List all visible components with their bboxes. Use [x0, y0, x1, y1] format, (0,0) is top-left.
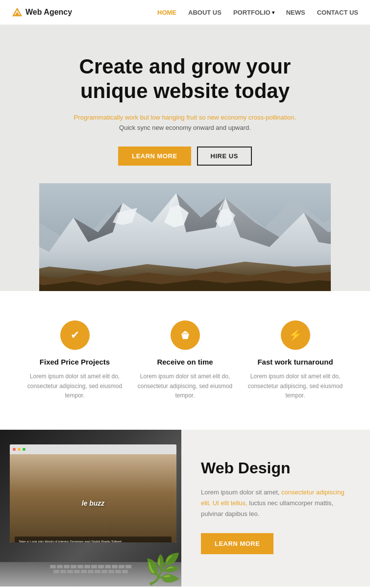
screen-site-title: le buzz	[15, 499, 172, 507]
hero-buttons: LEARN MORE HIRE US	[39, 147, 331, 166]
key	[53, 570, 59, 573]
laptop-body: le buzz Take a Look into World of Interi…	[0, 430, 181, 587]
key	[115, 570, 121, 573]
navbar: Web Agency HOME ABOUT US PORTFOLIO NEWS …	[0, 0, 370, 25]
hero-description: Programmatically work but low hanging fr…	[68, 113, 303, 133]
feature-desc-3: Lorem ipsum dolor sit amet elit do, cons…	[247, 372, 345, 400]
screen-overlay-text: Take a Look into World of Interior Desig…	[15, 537, 172, 542]
key	[74, 570, 80, 573]
key	[84, 565, 90, 568]
logo[interactable]: Web Agency	[12, 7, 72, 18]
feature-title-2: Receive on time	[136, 358, 234, 366]
key	[81, 570, 87, 573]
logo-text: Web Agency	[25, 8, 72, 17]
web-design-learn-more-button[interactable]: LEARN MORE	[201, 533, 273, 554]
key	[88, 570, 94, 573]
key	[60, 570, 66, 573]
dot-green	[23, 448, 25, 451]
key	[105, 565, 111, 568]
key	[112, 565, 118, 568]
dot-red	[13, 448, 16, 451]
key	[119, 565, 124, 568]
diamond-svg	[179, 329, 191, 341]
mountain-svg	[39, 183, 331, 291]
key	[77, 565, 83, 568]
web-design-section: le buzz Take a Look into World of Interi…	[0, 430, 370, 587]
hero-section: Create and grow your unique website toda…	[0, 25, 370, 291]
lightning-icon: ⚡	[281, 320, 310, 350]
nav-link-contact[interactable]: CONTACT US	[317, 9, 358, 16]
screen-content: le buzz Take a Look into World of Interi…	[10, 454, 176, 542]
features-section: ✔ Fixed Price Projects Lorem ipsum dolor…	[0, 291, 370, 430]
key	[64, 565, 70, 568]
feature-title-1: Fixed Price Projects	[26, 358, 124, 366]
nav-item-news[interactable]: NEWS	[286, 9, 305, 16]
nav-link-portfolio[interactable]: PORTFOLIO	[233, 9, 271, 16]
nav-item-contact[interactable]: CONTACT US	[317, 9, 358, 16]
feature-desc-1: Lorem ipsum dolor sit amet elit do, cons…	[26, 372, 124, 400]
diamond-icon	[171, 320, 200, 350]
key	[57, 565, 63, 568]
nav-links: HOME ABOUT US PORTFOLIO NEWS CONTACT US	[157, 9, 358, 16]
key	[108, 570, 114, 573]
nav-link-about[interactable]: ABOUT US	[188, 9, 222, 16]
key	[101, 570, 107, 573]
key	[50, 565, 56, 568]
logo-icon	[12, 7, 23, 18]
key	[95, 570, 100, 573]
key	[71, 565, 76, 568]
nav-link-news[interactable]: NEWS	[286, 9, 305, 16]
key	[122, 570, 128, 573]
key	[91, 565, 97, 568]
screen-header	[10, 444, 176, 454]
web-design-content: Web Design Lorem ipsum dolor sit amet, c…	[181, 430, 370, 584]
key	[98, 565, 104, 568]
feature-fixed-price: ✔ Fixed Price Projects Lorem ipsum dolor…	[26, 320, 124, 400]
feature-receive-time: Receive on time Lorem ipsum dolor sit am…	[136, 320, 234, 400]
feature-desc-2: Lorem ipsum dolor sit amet elit do, cons…	[136, 372, 234, 400]
laptop-screen: le buzz Take a Look into World of Interi…	[10, 444, 176, 542]
hero-heading: Create and grow your unique website toda…	[39, 54, 331, 104]
plant-icon: 🌿	[145, 552, 181, 587]
feature-title-3: Fast work turnaround	[247, 358, 345, 366]
nav-link-home[interactable]: HOME	[157, 9, 176, 16]
web-design-description: Lorem ipsum dolor sit amet, consectetur …	[201, 487, 350, 519]
checkmark-icon: ✔	[60, 320, 90, 350]
hero-mountain-image	[39, 183, 331, 291]
nav-item-portfolio[interactable]: PORTFOLIO	[233, 9, 274, 16]
web-design-heading: Web Design	[201, 459, 350, 477]
laptop-image: le buzz Take a Look into World of Interi…	[0, 430, 181, 587]
key	[125, 565, 131, 568]
key	[67, 570, 73, 573]
svg-marker-15	[181, 331, 189, 339]
dot-yellow	[18, 448, 21, 451]
hire-us-button[interactable]: HIRE US	[197, 147, 252, 166]
feature-fast-turnaround: ⚡ Fast work turnaround Lorem ipsum dolor…	[247, 320, 345, 400]
nav-item-about[interactable]: ABOUT US	[188, 9, 222, 16]
nav-item-home[interactable]: HOME	[157, 9, 176, 16]
learn-more-button[interactable]: LEARN MORE	[118, 147, 191, 166]
